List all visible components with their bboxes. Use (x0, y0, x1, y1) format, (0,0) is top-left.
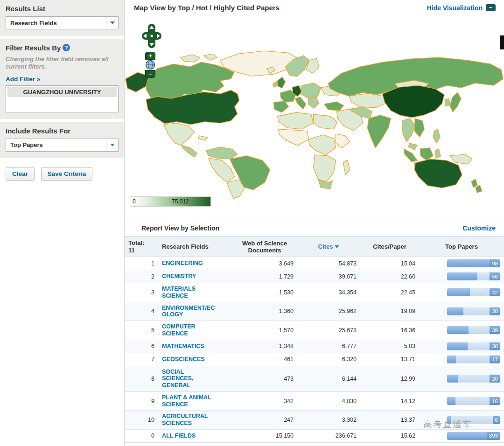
results-list-panel: Results List Research Fields (0, 0, 124, 36)
row-field-cell: MATHEMATICS (158, 340, 232, 353)
central-africa (309, 135, 336, 155)
top-papers-count: 6 (493, 416, 500, 424)
top-papers-bar[interactable]: 393 (447, 432, 500, 440)
zoom-out-button[interactable]: − (145, 70, 155, 78)
field-link[interactable]: ENGINEERING (162, 260, 215, 267)
row-rank: 2 (125, 270, 158, 283)
row-documents: 1,570 (232, 321, 297, 340)
top-papers-count: 38 (490, 342, 500, 350)
field-link[interactable]: PLANT & ANIMAL SCIENCE (162, 394, 215, 408)
row-documents: 461 (232, 353, 297, 366)
top-papers-bar[interactable]: 38 (447, 342, 500, 350)
globe-icon[interactable] (145, 60, 155, 70)
arctic-islands (204, 54, 217, 60)
save-criteria-button[interactable]: Save Criteria (41, 167, 93, 181)
row-documents: 473 (232, 366, 297, 391)
row-top-papers-cell: 20 (419, 366, 504, 391)
country-peru-bolivia (209, 158, 235, 182)
top-papers-bar[interactable]: 20 (447, 375, 500, 383)
top-papers-bar[interactable]: 42 (447, 288, 500, 296)
filter-item-selected[interactable]: GUANGZHOU UNIVERSITY (7, 87, 117, 97)
row-cites: 34,354 (297, 283, 360, 302)
field-link[interactable]: MATERIALS SCIENCE (162, 286, 215, 300)
include-results-title: Include Results For (6, 127, 119, 135)
field-link[interactable]: COMPUTER SCIENCE (162, 323, 215, 337)
central-america (181, 145, 197, 157)
row-documents: 342 (232, 391, 297, 411)
top-papers-bar[interactable]: 56 (447, 272, 500, 280)
row-documents: 247 (232, 411, 297, 430)
row-cites: 4,830 (297, 391, 360, 411)
country-sumatra (404, 149, 417, 162)
top-papers-count: 98 (490, 259, 500, 267)
map-pan-control[interactable] (140, 22, 164, 52)
results-list-dropdown[interactable]: Research Fields (6, 16, 119, 29)
help-icon[interactable]: ? (63, 44, 70, 51)
column-documents[interactable]: Web of Science Documents (232, 237, 297, 257)
country-myanmar-thailand (402, 118, 415, 142)
country-colombia-venezuela (206, 147, 238, 159)
row-top-papers-cell: 56 (419, 270, 504, 283)
field-link[interactable]: SOCIAL SCIENCES, GENERAL (162, 369, 215, 389)
report-view-title: Report View by Selection (141, 224, 219, 232)
include-results-panel: Include Results For Top Papers (0, 122, 124, 158)
zoom-in-button[interactable]: + (145, 52, 155, 60)
table-row: 1ENGINEERING3,64954,87315.0498 (125, 257, 504, 270)
clear-button[interactable]: Clear (6, 167, 35, 181)
country-sulawesi (435, 149, 441, 158)
page: Results List Research Fields Filter Resu… (0, 0, 504, 446)
column-cites-per-paper[interactable]: Cites/Paper (360, 237, 419, 257)
top-papers-count: 30 (490, 307, 500, 315)
world-map-svg[interactable] (125, 24, 504, 200)
country-vietnam (414, 118, 424, 137)
field-link[interactable]: CHEMISTRY (162, 273, 215, 280)
map-zoom-control: + − (145, 52, 156, 78)
row-rank: 10 (125, 411, 158, 430)
country-china (382, 85, 444, 118)
field-link[interactable]: MATHEMATICS (162, 343, 215, 350)
add-filter-link[interactable]: Add Filter » (6, 76, 40, 83)
include-results-dropdown[interactable]: Top Papers (6, 139, 119, 152)
top-papers-bar[interactable]: 16 (447, 397, 500, 405)
table-row: 8SOCIAL SCIENCES, GENERAL4736,14412.9920 (125, 366, 504, 391)
table-row: 2CHEMISTRY1,72939,07122.6056 (125, 270, 504, 283)
west-africa (279, 129, 309, 146)
column-cites[interactable]: Cites (297, 237, 360, 257)
row-field-cell: MATERIALS SCIENCE (158, 283, 232, 302)
column-top-papers[interactable]: Top Papers (419, 237, 504, 257)
field-link[interactable]: GEOSCIENCES (162, 356, 215, 363)
field-link[interactable]: ENVIRONMENT/ECOLOGY (162, 305, 215, 319)
report-header: Report View by Selection Customize (125, 218, 504, 236)
top-papers-bar[interactable]: 17 (447, 355, 500, 363)
total-header: Total: 11 (125, 237, 158, 257)
column-research-fields[interactable]: Research Fields (158, 237, 232, 257)
row-cites-per-paper: 15.62 (360, 429, 419, 442)
top-papers-bar[interactable]: 98 (447, 259, 500, 267)
hide-visualization-link[interactable]: Hide Visualization − (427, 4, 496, 12)
world-map[interactable]: + − 0 75,012 (125, 14, 504, 218)
field-link[interactable]: AGRICULTURAL SCIENCES (162, 413, 215, 427)
field-link[interactable]: ALL FIELDS (162, 432, 215, 439)
row-documents: 1,729 (232, 270, 297, 283)
country-egypt-libya (314, 114, 337, 129)
country-new-guinea (450, 154, 472, 164)
top-papers-bar[interactable]: 39 (447, 326, 500, 334)
row-cites-per-paper: 13.37 (360, 411, 419, 430)
table-row: 0ALL FIELDS15,150236,67115.62393 (125, 429, 504, 442)
country-italy (295, 97, 306, 109)
northwest-africa (278, 112, 314, 129)
country-kazakhstan (349, 93, 386, 108)
row-cites-per-paper: 15.04 (360, 257, 419, 270)
row-cites: 3,302 (297, 411, 360, 430)
customize-link[interactable]: Customize (462, 224, 496, 232)
central-europe (301, 83, 321, 98)
row-top-papers-cell: 16 (419, 391, 504, 411)
watermark: 高考直通车 (423, 418, 472, 431)
row-field-cell: SOCIAL SCIENCES, GENERAL (158, 366, 232, 391)
scrollbar-fragment[interactable] (500, 35, 504, 49)
chevron-down-icon (106, 139, 118, 151)
row-cites: 6,777 (297, 340, 360, 353)
filter-list[interactable]: GUANGZHOU UNIVERSITY (6, 85, 119, 112)
top-papers-bar[interactable]: 30 (447, 307, 500, 315)
row-field-cell: GEOSCIENCES (158, 353, 232, 366)
